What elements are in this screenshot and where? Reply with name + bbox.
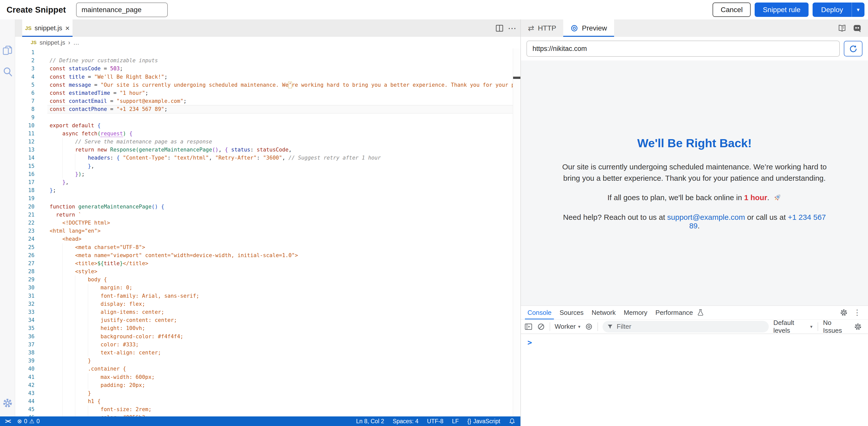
- code-line-text[interactable]: const contactPhone = "+1 234 567 89";: [50, 105, 167, 113]
- code-line-text[interactable]: };: [50, 186, 56, 194]
- code-line-text[interactable]: // Serve the maintenance page as a respo…: [50, 138, 212, 146]
- code-line[interactable]: 19: [15, 194, 513, 202]
- line-number[interactable]: 31: [15, 292, 34, 300]
- code-line-text[interactable]: <!DOCTYPE html>: [50, 219, 110, 227]
- code-line-text[interactable]: font-size: 2rem;: [50, 405, 152, 414]
- code-line-text[interactable]: <meta name="viewport" content="width=dev…: [50, 251, 298, 259]
- code-line-text[interactable]: },: [50, 162, 94, 170]
- files-icon[interactable]: [2, 45, 13, 56]
- code-line[interactable]: 28 <style>: [15, 267, 513, 276]
- line-number[interactable]: 4: [15, 73, 34, 81]
- code-line-text[interactable]: height: 100vh;: [50, 324, 145, 332]
- code-line[interactable]: 23<html lang="en">: [15, 227, 513, 235]
- breadcrumb-symbol[interactable]: …: [73, 39, 79, 46]
- refresh-button[interactable]: [844, 41, 863, 56]
- code-line[interactable]: 7const contactEmail = "support@example.c…: [15, 97, 513, 105]
- code-line-text[interactable]: async fetch(request) {: [50, 130, 132, 138]
- code-line-text[interactable]: color: #333;: [50, 341, 139, 349]
- line-number[interactable]: 18: [15, 186, 34, 194]
- tab-performance[interactable]: Performance: [651, 306, 697, 319]
- line-number[interactable]: 5: [15, 81, 34, 89]
- code-line[interactable]: 25 <meta charset="UTF-8">: [15, 243, 513, 251]
- code-line[interactable]: 36 background-color: #f4f4f4;: [15, 333, 513, 341]
- cancel-button[interactable]: Cancel: [713, 2, 751, 17]
- code-line[interactable]: 29 body {: [15, 276, 513, 284]
- indentation-setting[interactable]: Spaces: 4: [393, 418, 418, 425]
- code-line[interactable]: 42 padding: 20px;: [15, 381, 513, 389]
- context-selector[interactable]: Worker▾: [555, 323, 580, 331]
- code-line-text[interactable]: <head>: [50, 235, 81, 243]
- code-line[interactable]: 35 height: 100vh;: [15, 324, 513, 332]
- code-line[interactable]: 43 }: [15, 389, 513, 397]
- code-line[interactable]: 30 margin: 0;: [15, 284, 513, 292]
- line-number[interactable]: 37: [15, 341, 34, 349]
- live-expression-eye-icon[interactable]: [585, 323, 593, 331]
- tab-network[interactable]: Network: [588, 306, 620, 319]
- line-number[interactable]: 40: [15, 365, 34, 373]
- discord-icon[interactable]: [853, 24, 862, 32]
- code-line-text[interactable]: const contactEmail = "support@example.co…: [50, 97, 187, 105]
- code-line-text[interactable]: const message = "Our site is currently u…: [50, 81, 513, 89]
- line-number[interactable]: 15: [15, 162, 34, 170]
- line-number[interactable]: 23: [15, 227, 34, 235]
- code-line-text[interactable]: }: [50, 357, 91, 365]
- code-line-text[interactable]: align-items: center;: [50, 308, 164, 316]
- code-line-text[interactable]: }: [50, 389, 91, 397]
- code-line-text[interactable]: const estimatedTime = "1 hour";: [50, 89, 148, 97]
- line-number[interactable]: 1: [15, 48, 34, 56]
- line-number[interactable]: 44: [15, 397, 34, 405]
- code-line[interactable]: 46 color: #0056b3;: [15, 414, 513, 417]
- code-line[interactable]: 40 .container {: [15, 365, 513, 373]
- deploy-button[interactable]: Deploy: [813, 2, 851, 17]
- code-line-text[interactable]: color: #0056b3;: [50, 414, 148, 417]
- breadcrumb[interactable]: JS snippet.js › …: [15, 37, 520, 48]
- code-line[interactable]: 11 async fetch(request) {: [15, 130, 513, 138]
- console-filter-input[interactable]: [616, 322, 764, 331]
- search-icon[interactable]: [2, 66, 13, 77]
- line-number[interactable]: 10: [15, 121, 34, 130]
- code-line[interactable]: 5const message = "Our site is currently …: [15, 81, 513, 89]
- code-line[interactable]: 24 <head>: [15, 235, 513, 243]
- code-line[interactable]: 33 align-items: center;: [15, 308, 513, 316]
- code-line-text[interactable]: max-width: 600px;: [50, 373, 155, 381]
- line-number[interactable]: 45: [15, 405, 34, 414]
- experiments-flask-icon[interactable]: [697, 309, 704, 316]
- line-number[interactable]: 14: [15, 154, 34, 162]
- code-line[interactable]: 39 }: [15, 357, 513, 365]
- eol-setting[interactable]: LF: [452, 418, 459, 425]
- panel-divider[interactable]: [520, 20, 521, 426]
- problems-indicator[interactable]: ⊗ 0 ⚠ 0: [17, 418, 40, 425]
- code-line[interactable]: 17 },: [15, 178, 513, 186]
- line-number[interactable]: 30: [15, 284, 34, 292]
- tab-http[interactable]: ⇄ HTTP: [521, 20, 563, 37]
- line-number[interactable]: 8: [15, 105, 34, 113]
- breadcrumb-file[interactable]: snippet.js: [39, 39, 65, 46]
- code-line-text[interactable]: <style>: [50, 267, 97, 276]
- code-line[interactable]: 6const estimatedTime = "1 hour";: [15, 89, 513, 97]
- code-line[interactable]: 21 return `: [15, 211, 513, 219]
- code-line[interactable]: 20function generateMaintenancePage() {: [15, 203, 513, 211]
- support-email-link[interactable]: support@example.com: [667, 213, 745, 221]
- line-number[interactable]: 42: [15, 381, 34, 389]
- line-number[interactable]: 6: [15, 89, 34, 97]
- code-line-text[interactable]: },: [50, 178, 69, 186]
- code-line[interactable]: 15 },: [15, 162, 513, 170]
- line-number[interactable]: 17: [15, 178, 34, 186]
- editor-scrollbar[interactable]: [513, 48, 520, 417]
- docs-book-icon[interactable]: [838, 24, 846, 32]
- code-line[interactable]: 18};: [15, 186, 513, 194]
- console-settings-gear-icon[interactable]: [854, 323, 862, 331]
- line-number[interactable]: 46: [15, 414, 34, 417]
- console-prompt-row[interactable]: >: [521, 334, 868, 347]
- snippet-rule-button[interactable]: Snippet rule: [755, 2, 808, 17]
- encoding-setting[interactable]: UTF-8: [427, 418, 443, 425]
- code-line[interactable]: 34 justify-content: center;: [15, 316, 513, 324]
- line-number[interactable]: 43: [15, 389, 34, 397]
- code-line-text[interactable]: display: flex;: [50, 300, 145, 308]
- snippet-name-input[interactable]: [76, 2, 168, 17]
- code-line[interactable]: 41 max-width: 600px;: [15, 373, 513, 381]
- code-line-text[interactable]: font-family: Arial, sans-serif;: [50, 292, 199, 300]
- line-number[interactable]: 22: [15, 219, 34, 227]
- line-number[interactable]: 11: [15, 130, 34, 138]
- tab-snippet-js[interactable]: JS snippet.js ×: [22, 20, 72, 37]
